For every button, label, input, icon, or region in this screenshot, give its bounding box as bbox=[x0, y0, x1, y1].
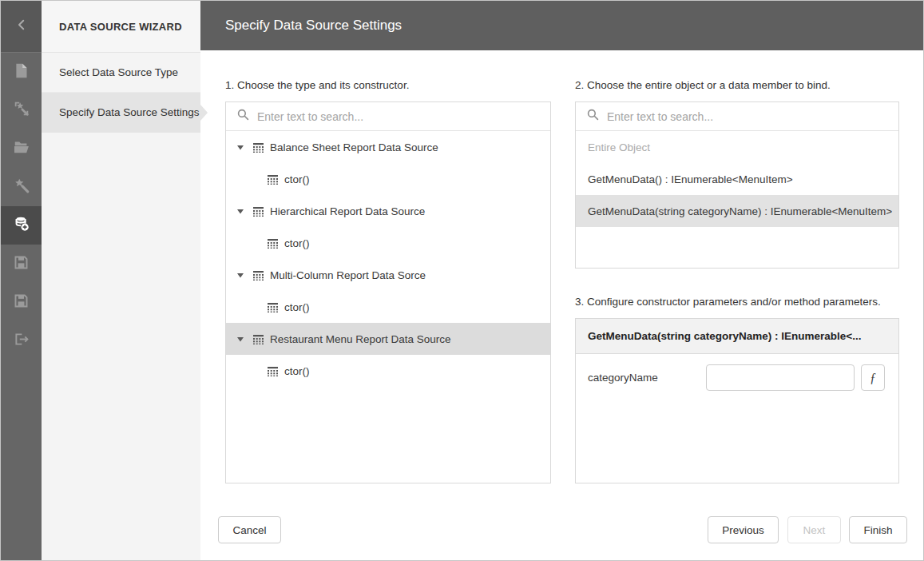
new-report-button[interactable] bbox=[1, 53, 42, 91]
table-grid-icon bbox=[268, 238, 278, 249]
previous-button[interactable]: Previous bbox=[708, 516, 779, 543]
section2-heading: 2. Choose the entire object or a data me… bbox=[575, 79, 831, 91]
next-button[interactable]: Next bbox=[787, 516, 841, 543]
tree-node-ctor[interactable]: ctor() bbox=[226, 291, 550, 323]
exit-icon bbox=[13, 331, 30, 351]
member-item-label: Entire Object bbox=[588, 141, 650, 153]
tree-node-label: Multi-Column Report Data Sorce bbox=[270, 269, 426, 281]
parameters-panel: GetMenuData(string categoryName) : IEnum… bbox=[575, 318, 899, 483]
search-icon bbox=[237, 109, 249, 124]
parameter-row: categoryName ƒ bbox=[576, 364, 898, 391]
table-grid-icon bbox=[268, 302, 278, 312]
icon-rail bbox=[1, 1, 42, 560]
member-item-entire-object[interactable]: Entire Object bbox=[576, 131, 898, 163]
cancel-button[interactable]: Cancel bbox=[218, 516, 281, 543]
tree-search-input[interactable] bbox=[257, 110, 542, 123]
tree-node-label: Balance Sheet Report Data Source bbox=[270, 141, 438, 153]
finish-button[interactable]: Finish bbox=[849, 516, 907, 543]
save-as-button[interactable] bbox=[1, 283, 42, 321]
chevron-down-icon[interactable] bbox=[237, 273, 245, 278]
save-icon bbox=[13, 254, 30, 274]
fx-icon: ƒ bbox=[870, 371, 876, 385]
wizard-step-nav: DATA SOURCE WIZARD Select Data Source Ty… bbox=[42, 1, 200, 560]
tree-node-ctor[interactable]: ctor() bbox=[226, 355, 550, 387]
chevron-down-icon[interactable] bbox=[237, 209, 245, 214]
member-search-row bbox=[576, 102, 898, 131]
add-data-source-button[interactable] bbox=[1, 206, 42, 245]
table-grid-icon bbox=[253, 270, 264, 280]
member-search-input[interactable] bbox=[607, 110, 890, 123]
tree-node-label: ctor() bbox=[284, 173, 310, 185]
chevron-down-icon[interactable] bbox=[237, 336, 245, 342]
parameter-name: categoryName bbox=[588, 372, 706, 384]
type-constructor-tree-panel: Balance Sheet Report Data Source ctor() … bbox=[225, 101, 551, 483]
tree-node-balance-sheet[interactable]: Balance Sheet Report Data Source bbox=[226, 131, 550, 163]
parameter-value-input[interactable] bbox=[706, 364, 855, 391]
nav-step-select-data-source-type[interactable]: Select Data Source Type bbox=[42, 53, 200, 93]
nav-step-specify-data-source-settings[interactable]: Specify Data Source Settings bbox=[42, 93, 200, 133]
new-report-icon bbox=[13, 62, 30, 82]
data-member-panel: Entire Object GetMenuData() : IEnumerabl… bbox=[575, 101, 899, 269]
tree-search-row bbox=[226, 102, 550, 131]
table-grid-icon bbox=[268, 366, 278, 376]
save-button[interactable] bbox=[1, 245, 42, 283]
save-as-icon bbox=[13, 292, 30, 312]
tree-node-label: Hierarchical Report Data Source bbox=[270, 205, 425, 217]
table-grid-icon bbox=[268, 174, 278, 185]
report-wizard-button[interactable] bbox=[1, 91, 42, 129]
design-wizard-icon bbox=[13, 177, 30, 197]
exit-button[interactable] bbox=[1, 321, 42, 360]
nav-step-label: Select Data Source Type bbox=[59, 66, 178, 78]
member-item-getmenudata[interactable]: GetMenuData() : IEnumerable<MenuItem> bbox=[576, 163, 898, 195]
tree-node-label: ctor() bbox=[284, 237, 310, 249]
tree-node-hierarchical[interactable]: Hierarchical Report Data Source bbox=[226, 195, 550, 227]
tree-node-label: ctor() bbox=[284, 365, 310, 377]
main-panel: Specify Data Source Settings 1. Choose t… bbox=[200, 1, 923, 560]
section3-heading: 3. Configure constructor parameters and/… bbox=[575, 296, 881, 308]
member-item-label: GetMenuData(string categoryName) : IEnum… bbox=[588, 205, 892, 217]
page-title: Specify Data Source Settings bbox=[200, 1, 923, 50]
add-data-source-icon bbox=[13, 215, 30, 236]
table-grid-icon bbox=[253, 206, 264, 217]
tree-node-ctor[interactable]: ctor() bbox=[226, 163, 550, 195]
member-item-label: GetMenuData() : IEnumerable<MenuItem> bbox=[588, 173, 793, 185]
parameters-grid-header: GetMenuData(string categoryName) : IEnum… bbox=[576, 319, 898, 354]
open-report-icon bbox=[13, 138, 30, 159]
tree-node-multi-column[interactable]: Multi-Column Report Data Sorce bbox=[226, 259, 550, 291]
table-grid-icon bbox=[253, 142, 264, 153]
tree-node-ctor[interactable]: ctor() bbox=[226, 227, 550, 259]
tree-node-restaurant-menu[interactable]: Restaurant Menu Report Data Source bbox=[226, 323, 550, 355]
selected-step-arrow bbox=[200, 105, 208, 121]
search-icon bbox=[587, 109, 599, 124]
tree-node-label: Restaurant Menu Report Data Source bbox=[270, 333, 451, 345]
design-wizard-button[interactable] bbox=[1, 168, 42, 206]
wizard-nav-title: DATA SOURCE WIZARD bbox=[42, 1, 200, 53]
open-report-button[interactable] bbox=[1, 129, 42, 168]
chevron-down-icon[interactable] bbox=[237, 145, 245, 150]
section1-heading: 1. Choose the type and its constructor. bbox=[225, 79, 409, 91]
nav-step-label: Specify Data Source Settings bbox=[59, 106, 200, 118]
member-item-getmenudata-categoryname[interactable]: GetMenuData(string categoryName) : IEnum… bbox=[576, 195, 898, 227]
wizard-content: 1. Choose the type and its constructor. … bbox=[200, 50, 923, 560]
report-wizard-icon bbox=[13, 100, 30, 121]
back-chevron-icon bbox=[14, 18, 29, 35]
expression-editor-button[interactable]: ƒ bbox=[861, 364, 885, 391]
data-source-wizard-window: DATA SOURCE WIZARD Select Data Source Ty… bbox=[0, 0, 924, 561]
table-grid-icon bbox=[253, 334, 264, 344]
tree-node-label: ctor() bbox=[284, 301, 310, 313]
back-button[interactable] bbox=[1, 1, 42, 53]
